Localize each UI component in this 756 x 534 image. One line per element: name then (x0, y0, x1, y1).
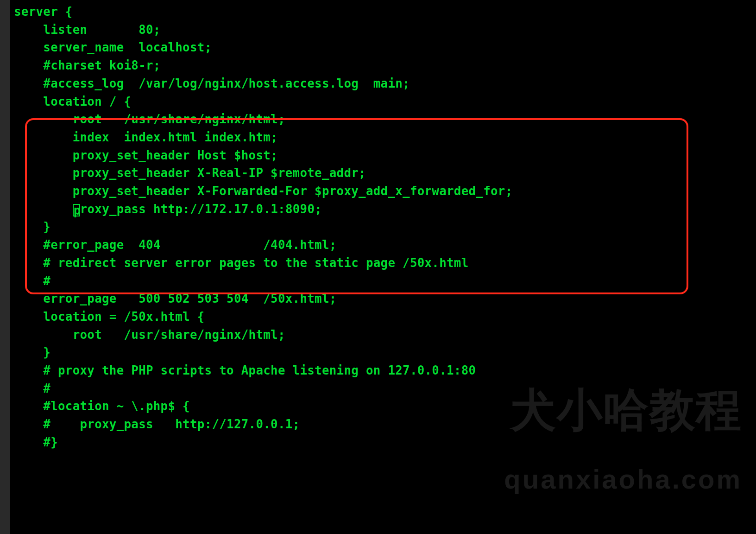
code-line[interactable]: # redirect server error pages to the sta… (14, 254, 513, 272)
code-line[interactable]: # proxy_pass http://127.0.0.1; (14, 415, 513, 433)
code-line[interactable]: server_name localhost; (14, 38, 513, 57)
code-line[interactable]: proxy_set_header X-Forwarded-For $proxy_… (14, 182, 513, 200)
editor-gutter (0, 0, 10, 534)
text-cursor: p (73, 204, 80, 216)
code-line[interactable]: index index.html index.htm; (14, 128, 513, 146)
code-line[interactable]: #} (14, 433, 513, 451)
code-line[interactable]: location / { (14, 93, 513, 111)
code-line[interactable]: root /usr/share/nginx/html; (14, 326, 513, 344)
code-line[interactable]: listen 80; (14, 21, 513, 39)
watermark-title: 犬小哈教程 (510, 380, 742, 441)
code-line[interactable]: } (14, 218, 513, 236)
terminal-editor[interactable]: 犬小哈教程 quanxiaoha.com server { listen 80;… (0, 0, 756, 534)
code-line[interactable]: #location ~ \.php$ { (14, 397, 513, 415)
code-line[interactable]: error_page 500 502 503 504 /50x.html; (14, 290, 513, 308)
watermark-url: quanxiaoha.com (504, 464, 742, 495)
code-line[interactable]: } (14, 343, 513, 362)
code-line[interactable]: #access_log /var/log/nginx/host.access.l… (14, 75, 513, 93)
code-line[interactable]: server { (14, 3, 513, 21)
code-line[interactable]: #charset koi8-r; (14, 57, 513, 75)
code-line[interactable]: # (14, 272, 513, 290)
code-line[interactable]: root /usr/share/nginx/html; (14, 110, 513, 128)
code-line[interactable]: #error_page 404 /404.html; (14, 236, 513, 254)
code-line[interactable]: proxy_pass http://172.17.0.1:8090; (14, 200, 513, 218)
code-block[interactable]: server { listen 80; server_name localhos… (14, 3, 513, 451)
code-line[interactable]: # (14, 380, 513, 398)
code-line[interactable]: proxy_set_header Host $host; (14, 146, 513, 165)
code-line[interactable]: proxy_set_header X-Real-IP $remote_addr; (14, 164, 513, 182)
code-line[interactable]: location = /50x.html { (14, 308, 513, 326)
code-line[interactable]: # proxy the PHP scripts to Apache listen… (14, 362, 513, 380)
